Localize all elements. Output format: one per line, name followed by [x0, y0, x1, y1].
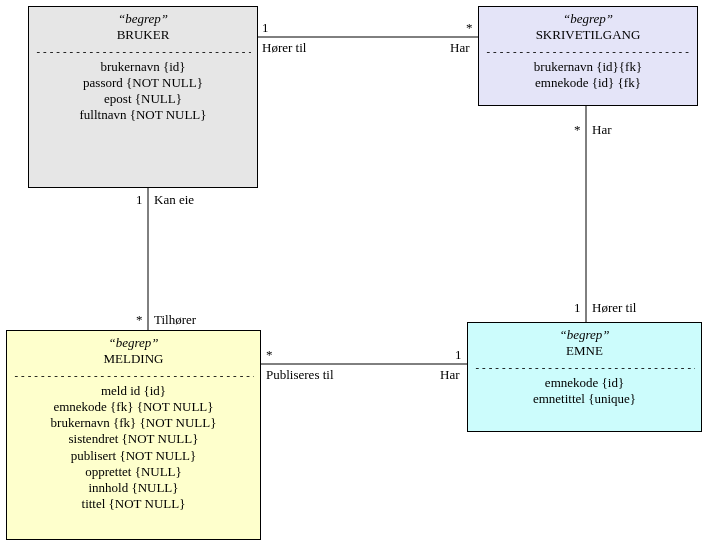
entity-attr: meld id {id} [13, 383, 254, 399]
entity-attr: tittel {NOT NULL} [13, 496, 254, 512]
role-label: Kan eie [154, 192, 194, 208]
entity-attr: epost {NULL} [35, 91, 251, 107]
cardinality-label: 1 [262, 20, 269, 36]
entity-title: SKRIVETILGANG [485, 27, 691, 43]
cardinality-label: * [466, 20, 473, 36]
entity-separator: ---------------------------------- [474, 362, 695, 373]
cardinality-label: 1 [574, 300, 581, 316]
entity-attr: emnekode {id} {fk} [485, 75, 691, 91]
entity-attr: brukernavn {id}{fk} [485, 59, 691, 75]
cardinality-label: * [136, 312, 143, 328]
entity-attr: brukernavn {fk} {NOT NULL} [13, 415, 254, 431]
entity-melding: “begrep” MELDING -----------------------… [6, 330, 261, 540]
cardinality-label: 1 [455, 347, 462, 363]
entity-stereotype: “begrep” [474, 327, 695, 343]
entity-attr: sistendret {NOT NULL} [13, 431, 254, 447]
entity-skrivetilgang: “begrep” SKRIVETILGANG -----------------… [478, 6, 698, 106]
role-label: Har [592, 122, 612, 138]
role-label: Hører til [262, 40, 306, 56]
role-label: Tilhører [154, 312, 196, 328]
entity-separator: ----------------------------------------… [35, 46, 251, 57]
cardinality-label: * [574, 122, 581, 138]
entity-emne: “begrep” EMNE --------------------------… [467, 322, 702, 432]
cardinality-label: * [266, 347, 273, 363]
entity-title: BRUKER [35, 27, 251, 43]
entity-attr: innhold {NULL} [13, 480, 254, 496]
entity-attr: passord {NOT NULL} [35, 75, 251, 91]
role-label: Har [450, 40, 470, 56]
entity-attr: opprettet {NULL} [13, 464, 254, 480]
entity-bruker: “begrep” BRUKER ------------------------… [28, 6, 258, 188]
entity-attr: fulltnavn {NOT NULL} [35, 107, 251, 123]
entity-stereotype: “begrep” [35, 11, 251, 27]
entity-title: EMNE [474, 343, 695, 359]
entity-attr: emnekode {fk} {NOT NULL} [13, 399, 254, 415]
entity-attr: brukernavn {id} [35, 59, 251, 75]
entity-title: MELDING [13, 351, 254, 367]
role-label: Har [440, 367, 460, 383]
entity-stereotype: “begrep” [485, 11, 691, 27]
entity-attr: emnetittel {unique} [474, 391, 695, 407]
entity-separator: --------------------------------------- [13, 370, 254, 381]
cardinality-label: 1 [136, 192, 143, 208]
entity-attr: publisert {NOT NULL} [13, 448, 254, 464]
role-label: Publiseres til [266, 367, 334, 383]
entity-stereotype: “begrep” [13, 335, 254, 351]
entity-separator: ------------------------------------- [485, 46, 691, 57]
er-diagram: “begrep” BRUKER ------------------------… [0, 0, 708, 547]
entity-attr: emnekode {id} [474, 375, 695, 391]
role-label: Hører til [592, 300, 636, 316]
